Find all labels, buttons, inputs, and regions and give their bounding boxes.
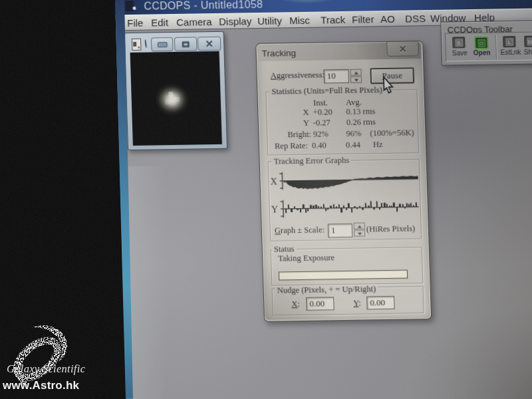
svg-text:Y: Y [271,205,279,215]
svg-text:X: X [270,177,277,187]
